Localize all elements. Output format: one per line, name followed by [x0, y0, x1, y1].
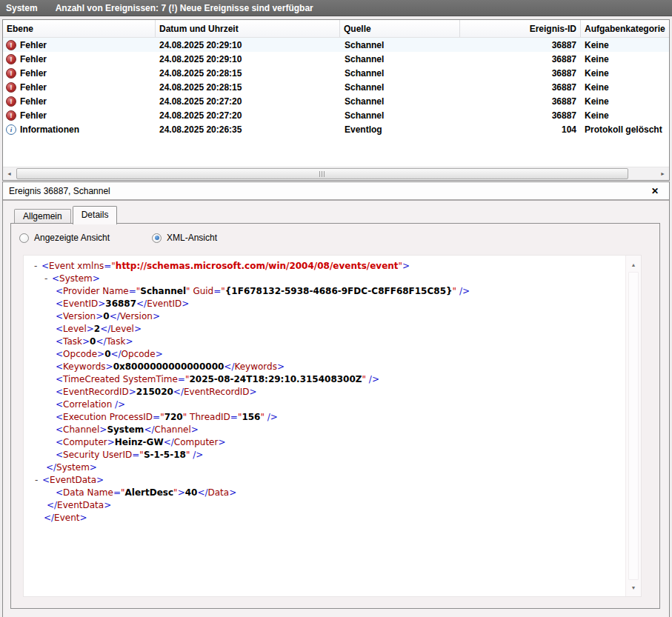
table-row[interactable]: !Fehler24.08.2025 20:29:10Schannel36887K… [3, 38, 669, 52]
xml-line: <Execution ProcessID="720" ThreadID="156… [24, 411, 625, 424]
datetime-cell: 24.08.2025 20:28:15 [156, 68, 340, 79]
close-icon[interactable]: ✕ [648, 182, 662, 200]
scroll-right-icon[interactable]: ► [656, 167, 669, 180]
xml-line: </EventData> [24, 499, 625, 512]
level-label: Fehler [20, 82, 47, 93]
xml-line: <Opcode>0</Opcode> [24, 348, 625, 361]
source-cell: Schannel [340, 40, 460, 50]
event-count-label: Anzahl von Ereignissen: 7 (!) Neue Ereig… [56, 3, 313, 13]
level-label: Fehler [20, 40, 47, 50]
datetime-cell: 24.08.2025 20:26:35 [156, 124, 340, 135]
xml-line: <Channel>System</Channel> [24, 424, 625, 436]
list-header-row: Ebene Datum und Uhrzeit Quelle Ereignis-… [3, 20, 669, 38]
radio-xml-view[interactable]: XML-Ansicht [152, 233, 217, 243]
tab-allgemein[interactable]: Allgemein [14, 209, 71, 224]
xml-line: <Data Name="AlertDesc">40</Data> [24, 487, 625, 499]
log-name-label: System [6, 3, 38, 13]
xml-view: -<Event xmlns="http://schemas.microsoft.… [23, 255, 642, 597]
table-row[interactable]: iInformationen24.08.2025 20:26:35Eventlo… [3, 122, 669, 136]
detail-pane-header: Ereignis 36887, Schannel ✕ [3, 182, 669, 201]
xml-line: <EventRecordID>215020</EventRecordID> [24, 386, 625, 398]
xml-line: <EventID>36887</EventID> [24, 298, 625, 310]
error-icon: ! [6, 96, 16, 107]
source-cell: Schannel [340, 96, 460, 107]
xml-line: <Keywords>0x8000000000000000</Keywords> [24, 361, 625, 373]
scroll-up-icon[interactable]: ▲ [626, 259, 641, 270]
vertical-scroll-track[interactable] [628, 272, 639, 580]
xml-content: -<Event xmlns="http://schemas.microsoft.… [24, 256, 625, 596]
event-list: Ebene Datum und Uhrzeit Quelle Ereignis-… [2, 19, 670, 181]
xml-line: <Task>0</Task> [24, 336, 625, 348]
scroll-left-icon[interactable]: ◄ [3, 167, 16, 180]
xml-line: -<Event xmlns="http://schemas.microsoft.… [24, 260, 625, 273]
horizontal-scrollbar[interactable]: ◄ ► [3, 167, 669, 180]
xml-line: <TimeCreated SystemTime="2025-08-24T18:2… [24, 373, 625, 386]
view-radio-group: Angezeigte Ansicht XML-Ansicht [11, 233, 659, 244]
collapse-dash-icon[interactable]: - [34, 260, 41, 273]
column-header-aufgabenkategorie[interactable]: Aufgabenkategorie [581, 20, 669, 37]
xml-line: <Provider Name="Schannel" Guid="{1F67813… [24, 285, 625, 298]
detail-tabs: Allgemein Details [14, 206, 119, 224]
scroll-down-icon[interactable]: ▼ [626, 581, 641, 593]
xml-line: -<System> [24, 273, 625, 285]
collapse-dash-icon[interactable]: - [44, 273, 52, 285]
xml-line: <Security UserID="S-1-5-18" /> [24, 449, 625, 461]
source-cell: Schannel [340, 110, 460, 121]
event-id-cell: 36887 [460, 82, 581, 93]
event-id-cell: 36887 [460, 40, 581, 50]
column-header-datum[interactable]: Datum und Uhrzeit [156, 20, 340, 37]
xml-line: <Computer>Heinz-GW</Computer> [24, 436, 625, 449]
radio-circle-icon [19, 233, 29, 243]
datetime-cell: 24.08.2025 20:27:20 [156, 110, 340, 121]
level-label: Fehler [20, 68, 47, 79]
error-icon: ! [6, 110, 16, 121]
datetime-cell: 24.08.2025 20:29:10 [156, 40, 340, 50]
xml-line: <Correlation /> [24, 398, 625, 411]
scroll-grip-icon [319, 171, 325, 177]
level-label: Fehler [20, 54, 47, 64]
level-label: Informationen [20, 124, 79, 135]
category-cell: Keine [581, 68, 669, 79]
details-tab-page: Angezeigte Ansicht XML-Ansicht -<Event x… [10, 223, 660, 609]
tab-details[interactable]: Details [73, 206, 118, 224]
xml-line: </Event> [24, 512, 625, 524]
source-cell: Schannel [340, 82, 460, 93]
event-detail-pane: Ereignis 36887, Schannel ✕ Allgemein Det… [2, 181, 670, 617]
category-cell: Keine [581, 110, 669, 121]
table-row[interactable]: !Fehler24.08.2025 20:27:20Schannel36887K… [3, 94, 669, 108]
radio-displayed-view-label: Angezeigte Ansicht [34, 233, 110, 243]
xml-line: -<EventData> [24, 474, 625, 487]
table-row[interactable]: !Fehler24.08.2025 20:28:15Schannel36887K… [3, 80, 669, 94]
column-header-ebene[interactable]: Ebene [3, 20, 156, 37]
error-icon: ! [6, 82, 16, 93]
table-row[interactable]: !Fehler24.08.2025 20:27:20Schannel36887K… [3, 108, 669, 122]
category-cell: Keine [581, 40, 669, 50]
collapse-dash-icon[interactable]: - [35, 474, 42, 487]
datetime-cell: 24.08.2025 20:27:20 [156, 96, 340, 107]
table-row[interactable]: !Fehler24.08.2025 20:29:10Schannel36887K… [3, 52, 669, 66]
source-cell: Schannel [340, 54, 460, 64]
event-id-cell: 104 [460, 124, 581, 135]
error-icon: ! [6, 40, 16, 50]
detail-pane-title: Ereignis 36887, Schannel [9, 182, 110, 200]
category-cell: Keine [581, 54, 669, 64]
xml-line: </System> [24, 461, 625, 474]
event-rows: !Fehler24.08.2025 20:29:10Schannel36887K… [3, 38, 669, 136]
event-id-cell: 36887 [460, 54, 581, 64]
vertical-scrollbar[interactable]: ▲ ▼ [625, 256, 641, 596]
event-id-cell: 36887 [460, 110, 581, 121]
xml-line: <Level>2</Level> [24, 323, 625, 336]
error-icon: ! [6, 54, 16, 64]
category-cell: Keine [581, 82, 669, 93]
category-cell: Protokoll gelöscht [581, 124, 669, 135]
xml-line: <Version>0</Version> [24, 310, 625, 323]
scroll-thumb[interactable] [16, 168, 628, 179]
table-row[interactable]: !Fehler24.08.2025 20:28:15Schannel36887K… [3, 66, 669, 80]
column-header-quelle[interactable]: Quelle [340, 20, 460, 37]
column-header-ereignis-id[interactable]: Ereignis-ID [460, 20, 581, 37]
error-icon: ! [6, 68, 16, 79]
radio-displayed-view[interactable]: Angezeigte Ansicht [19, 233, 110, 243]
log-title-bar: System Anzahl von Ereignissen: 7 (!) Neu… [0, 0, 672, 16]
level-label: Fehler [20, 96, 47, 107]
event-id-cell: 36887 [460, 68, 581, 79]
